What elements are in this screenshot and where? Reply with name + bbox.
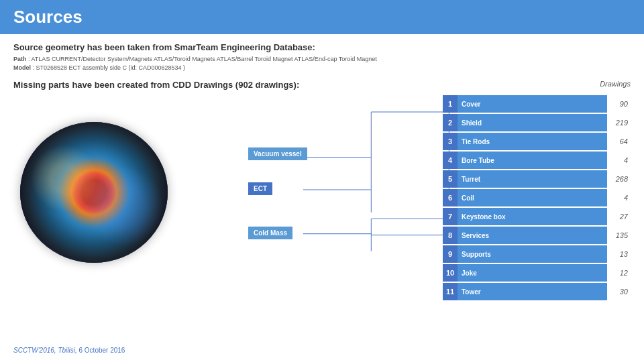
table-row: 10Joke12	[443, 264, 631, 282]
table-row: 6Coil4	[443, 189, 631, 206]
row-name: Cover	[458, 95, 607, 113]
row-number: 6	[443, 189, 458, 206]
row-number: 1	[443, 95, 458, 113]
row-name: Services	[458, 227, 607, 244]
location: Tbilisi,	[58, 347, 76, 354]
event-name: SCCTW'2016,	[13, 347, 56, 354]
row-count: 90	[607, 100, 631, 108]
path-info: Path : ATLAS CURRENT/Detector System/Mag…	[13, 55, 631, 72]
atlas-image-area	[13, 95, 241, 310]
footer: SCCTW'2016, Tbilisi, 6 October 2016	[13, 347, 125, 354]
parts-table: 1Cover902Shield2193Tie Rods644Bore Tube4…	[443, 95, 631, 302]
row-name: Tower	[458, 283, 607, 300]
missing-section: Missing parts have been created from CDD…	[13, 80, 631, 90]
row-number: 7	[443, 208, 458, 225]
table-row: 5Turret268	[443, 170, 631, 188]
vacuum-vessel-box: Vacuum vessel	[248, 147, 307, 160]
drawings-label: Drawings	[600, 80, 631, 88]
table-row: 11Tower30	[443, 283, 631, 300]
row-count: 12	[607, 269, 631, 277]
row-count: 4	[607, 156, 631, 164]
row-number: 5	[443, 170, 458, 188]
row-name: Turret	[458, 170, 607, 188]
table-row: 1Cover90	[443, 95, 631, 113]
row-number: 11	[443, 283, 458, 300]
cold-mass-box: Cold Mass	[248, 227, 292, 239]
row-name: Supports	[458, 245, 607, 263]
row-count: 13	[607, 250, 631, 258]
table-row: 3Tie Rods64	[443, 133, 631, 150]
row-number: 2	[443, 114, 458, 131]
row-number: 4	[443, 152, 458, 169]
row-name: Tie Rods	[458, 133, 607, 150]
model-value: : ST0268528 ECT assembly side C (id: CAD…	[33, 64, 185, 71]
page-title: Sources	[13, 7, 631, 27]
row-count: 4	[607, 194, 631, 202]
path-label: Path	[13, 56, 27, 62]
row-count: 219	[607, 119, 631, 127]
atlas-inner	[20, 122, 168, 263]
row-name: Bore Tube	[458, 152, 607, 169]
row-number: 3	[443, 133, 458, 150]
source-section: Source geometry has been taken from Smar…	[13, 42, 631, 72]
table-row: 8Services135	[443, 227, 631, 244]
row-number: 8	[443, 227, 458, 244]
row-count: 135	[607, 231, 631, 239]
missing-title: Missing parts have been created from CDD…	[13, 80, 631, 90]
row-name: Shield	[458, 114, 607, 131]
table-row: 7Keystone box27	[443, 208, 631, 225]
table-row: 4Bore Tube4	[443, 152, 631, 169]
diagram-area: Vacuum vessel ECT Cold Mass 1Cover902Shi…	[241, 95, 631, 323]
row-name: Coil	[458, 189, 607, 206]
source-title: Source geometry has been taken from Smar…	[13, 42, 631, 52]
row-name: Joke	[458, 264, 607, 282]
ect-box: ECT	[248, 182, 272, 195]
header: Sources	[0, 0, 644, 34]
row-count: 64	[607, 137, 631, 145]
date: 6 October 2016	[79, 347, 125, 354]
row-count: 27	[607, 213, 631, 221]
table-row: 9Supports13	[443, 245, 631, 263]
row-name: Keystone box	[458, 208, 607, 225]
table-row: 2Shield219	[443, 114, 631, 131]
row-count: 268	[607, 175, 631, 183]
model-label: Model	[13, 64, 31, 71]
main-diagram: Vacuum vessel ECT Cold Mass 1Cover902Shi…	[13, 95, 631, 323]
row-count: 30	[607, 288, 631, 296]
row-number: 10	[443, 264, 458, 282]
atlas-image	[20, 122, 168, 263]
row-number: 9	[443, 245, 458, 263]
path-value: : ATLAS CURRENT/Detector System/Magnets …	[28, 56, 377, 62]
